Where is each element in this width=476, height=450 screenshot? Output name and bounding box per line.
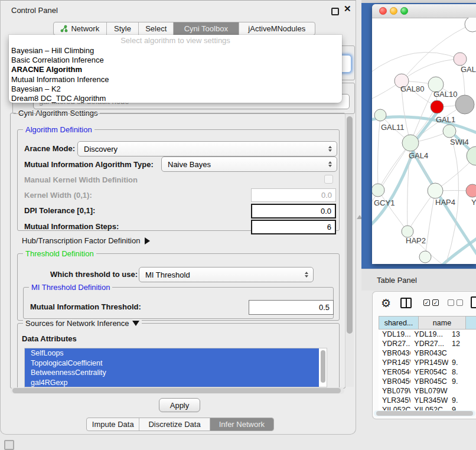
list-scrollbar[interactable] [319, 348, 327, 387]
network-node[interactable] [428, 183, 443, 198]
table-panel-title: Table Panel [377, 276, 417, 285]
hub-collapsed-arrow-icon[interactable] [145, 237, 150, 244]
collapsed-panel-button[interactable] [4, 440, 14, 450]
algorithm-option[interactable]: Bayesian – Hill Climbing [9, 46, 342, 56]
mi-threshold-definition-title: MI Threshold Definition [31, 283, 110, 292]
table-row[interactable]: YER054C YER054C 8. [379, 367, 476, 377]
table-row[interactable]: YDR27... YDR27... 12 [379, 339, 476, 348]
network-node[interactable] [455, 95, 474, 114]
tab-select[interactable]: Select [139, 22, 174, 35]
which-threshold-combobox[interactable]: MI Threshold [139, 267, 314, 282]
network-node-label: SWI4 [450, 138, 469, 146]
list-item[interactable]: SelfLoops [25, 348, 319, 358]
dropdown-placeholder: Select algorithm to view settings [9, 36, 342, 46]
window-minimize-icon[interactable] [390, 7, 397, 15]
deselect-all-checkboxes-icon[interactable] [448, 299, 463, 306]
table-row[interactable]: YIL052C YIL052C 9. [379, 405, 476, 410]
tab-infer-network[interactable]: Infer Network [210, 418, 273, 431]
tab-style[interactable]: Style [107, 22, 139, 35]
close-icon[interactable]: ✕ [344, 4, 351, 14]
network-node[interactable] [402, 226, 413, 237]
column-header-cut[interactable] [466, 316, 476, 330]
network-node-label: Y [471, 198, 476, 207]
tab-jactivemnodules[interactable]: jActiveMNodules [239, 22, 315, 35]
table-panel-window: ⚙ ✓ ✓ shared... name YDL19... YDL19... 1… [372, 291, 476, 419]
dpi-tolerance-field[interactable]: 0.0 [251, 204, 336, 219]
window-close-icon[interactable] [379, 7, 387, 15]
control-panel-title: Control Panel [11, 6, 58, 15]
column-header-name[interactable]: name [419, 316, 466, 330]
table-row[interactable]: YPR145W YPR145W 9. [379, 358, 476, 367]
network-view-window: GAL GAL80 GAL10 GAL1 GAL11 SWI4 GAL4 GCY… [372, 4, 476, 264]
settings-vscroll-thumb[interactable] [347, 116, 353, 334]
network-node-gal4[interactable] [402, 135, 419, 151]
aracne-mode-combobox[interactable]: Discovery [77, 141, 337, 156]
list-item[interactable]: gal4RGexp [25, 378, 319, 388]
network-node[interactable] [372, 184, 384, 197]
hub-definition-toggle[interactable]: Hub/Transcription Factor Definition [22, 236, 150, 245]
kernel-width-field[interactable]: 0.0 [251, 188, 336, 202]
document-icon[interactable] [471, 296, 476, 308]
settings-horizontal-scrollbar[interactable] [11, 387, 344, 394]
gear-icon[interactable]: ⚙ [381, 296, 391, 309]
cyni-bottom-tabbar: Impute Data Discretize Data Infer Networ… [86, 418, 274, 431]
table-body: YDL19... YDL19... 13 YDR27... YDR27... 1… [379, 330, 476, 410]
settings-vertical-scrollbar[interactable] [345, 114, 354, 387]
network-node-label: GAL80 [400, 84, 424, 93]
window-zoom-icon[interactable] [400, 7, 408, 15]
settings-hscroll-thumb[interactable] [12, 388, 341, 393]
algorithm-option[interactable]: Basic Correlation Inference [9, 56, 342, 65]
table-horizontal-scrollbar[interactable] [374, 410, 475, 416]
network-node[interactable] [374, 109, 386, 121]
network-node-label: GCY1 [374, 198, 395, 207]
algorithm-dropdown-popup: Select algorithm to view settings Bayesi… [9, 35, 342, 103]
float-panel-icon[interactable] [331, 8, 339, 15]
screen: Control Panel ✕ Network Style Select [0, 0, 476, 450]
network-node[interactable] [465, 18, 476, 32]
network-node-gal1[interactable] [431, 100, 444, 113]
network-node-label: GAL [461, 65, 476, 74]
tab-network[interactable]: Network [54, 22, 107, 35]
table-row[interactable]: YBR045C YBR045C 9. [379, 377, 476, 386]
column-header-shared-name[interactable]: shared... [379, 316, 419, 330]
network-view[interactable]: GAL GAL80 GAL10 GAL1 GAL11 SWI4 GAL4 GCY… [372, 18, 476, 264]
sources-expanded-arrow-icon[interactable] [132, 321, 139, 326]
algorithm-option[interactable]: Mutual Information Inference [9, 75, 342, 84]
network-node[interactable] [419, 251, 431, 263]
tab-cyni-toolbox[interactable]: Cyni Toolbox [174, 22, 239, 35]
algorithm-option-selected[interactable]: ARACNE Algorithm [9, 65, 342, 74]
threshold-definition-title: Threshold Definition [25, 249, 94, 258]
table-row[interactable]: YLR345W YLR345W 9. [379, 396, 476, 405]
toolbar-edge-strip [361, 0, 476, 3]
split-columns-icon[interactable] [400, 298, 412, 308]
algorithm-option[interactable]: Dream8 DC_TDC Algorithm [9, 94, 342, 103]
network-node[interactable] [454, 53, 467, 66]
algorithm-option[interactable]: Bayesian – K2 [9, 84, 342, 94]
which-threshold-label: Which threshold to use: [50, 270, 138, 279]
mi-algorithm-type-combobox[interactable]: Naive Bayes [161, 156, 337, 172]
mi-steps-field[interactable]: 6 [251, 220, 336, 234]
select-all-checkboxes-icon[interactable]: ✓ ✓ [423, 299, 439, 306]
network-node[interactable] [466, 184, 476, 197]
tab-impute-data[interactable]: Impute Data [87, 418, 139, 431]
tab-discretize-data[interactable]: Discretize Data [139, 418, 210, 431]
algorithm-definition-title: Algorithm Definition [25, 125, 92, 134]
list-item[interactable]: BetweennessCentrality [25, 368, 319, 378]
data-attributes-label: Data Attributes [22, 334, 77, 343]
mi-threshold-field[interactable]: 0.5 [249, 300, 334, 315]
manual-kernel-width-checkbox[interactable] [324, 175, 333, 184]
network-window-titlebar[interactable] [372, 4, 476, 18]
data-attributes-list: SelfLoops TopologicalCoefficient Between… [24, 348, 327, 387]
mi-algorithm-type-label: Mutual Information Algorithm Type: [24, 160, 154, 169]
network-node[interactable] [443, 125, 456, 138]
network-node-label: HAP2 [406, 236, 426, 245]
manual-kernel-width-label: Manual Kernel Width Definition [24, 175, 138, 184]
table-hscroll-thumb[interactable] [376, 411, 473, 416]
network-node-label: GAL10 [433, 90, 457, 99]
list-item[interactable]: TopologicalCoefficient [25, 358, 319, 369]
table-row[interactable]: YBL079W YBL079W [379, 386, 476, 396]
table-row[interactable]: YDL19... YDL19... 13 [379, 330, 476, 339]
table-row[interactable]: YBR043C YBR043C [379, 348, 476, 358]
apply-button[interactable]: Apply [159, 398, 200, 412]
list-scrollbar-thumb[interactable] [321, 350, 325, 383]
